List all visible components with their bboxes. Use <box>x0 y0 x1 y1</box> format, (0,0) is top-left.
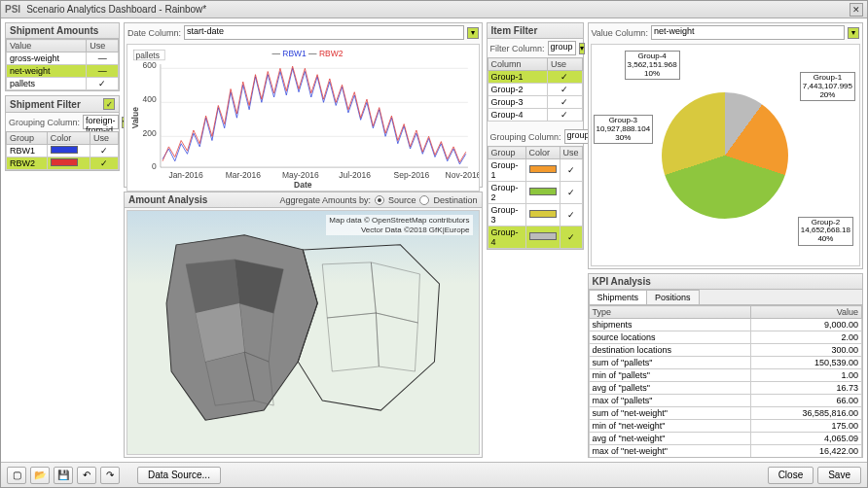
window-title: Scenario Analytics Dashboard - Rainbow* <box>26 4 206 15</box>
filter-column-select[interactable]: group <box>548 41 576 55</box>
table-row[interactable]: max of "net-weight"16,422.00 <box>589 445 861 458</box>
pie-label: Group-214,652,668.1840% <box>798 217 853 246</box>
pie-label: Group-17,443,107.99520% <box>800 72 855 101</box>
undo-icon[interactable]: ↶ <box>77 467 96 484</box>
svg-text:Sep-2016: Sep-2016 <box>394 170 430 180</box>
table-row[interactable]: Group-1✓ <box>488 71 582 84</box>
window-close-button[interactable]: ✕ <box>850 3 863 17</box>
panel-title: Amount Analysis <box>128 194 207 205</box>
destination-radio[interactable] <box>419 195 429 205</box>
table-row[interactable]: gross-weight— <box>7 52 119 65</box>
svg-text:Jul-2016: Jul-2016 <box>339 170 371 180</box>
open-icon[interactable]: 📂 <box>30 467 50 484</box>
svg-text:0: 0 <box>152 161 157 171</box>
svg-text:Date: Date <box>294 180 312 190</box>
svg-text:Value: Value <box>130 107 140 128</box>
svg-text:Mar-2016: Mar-2016 <box>226 170 262 180</box>
table-row[interactable]: Group-4✓ <box>488 109 582 122</box>
svg-text:400: 400 <box>143 94 157 104</box>
map-attribution: Map data © OpenStreetMap contributors Ve… <box>326 215 472 235</box>
table-row[interactable]: min of "pallets"1.00 <box>589 369 861 382</box>
data-source-button[interactable]: Data Source... <box>137 467 221 484</box>
item-filter-panel: Item Filter Filter Column: group ▾ Colum… <box>487 22 584 250</box>
pie-label: Group-43,562,151.96810% <box>625 51 680 80</box>
svg-text:Nov-2016: Nov-2016 <box>446 170 479 180</box>
save-button[interactable]: Save <box>817 467 861 484</box>
table-row[interactable]: Group-3✓ <box>488 204 582 227</box>
titlebar: PSI Scenario Analytics Dashboard - Rainb… <box>1 1 867 18</box>
svg-text:Jan-2016: Jan-2016 <box>168 170 203 180</box>
tab-shipments[interactable]: Shipments <box>589 290 648 304</box>
table-row[interactable]: Group-1✓ <box>488 159 582 182</box>
grouping-column-select[interactable]: foreign-from-id <box>83 115 119 129</box>
redo-icon[interactable]: ↷ <box>100 467 120 484</box>
dropdown-button[interactable]: ▾ <box>848 27 859 39</box>
map-view[interactable]: Map data © OpenStreetMap contributors Ve… <box>127 210 480 455</box>
map-svg <box>127 211 479 454</box>
table-row[interactable]: pallets✓ <box>7 78 119 90</box>
pie-label: Group-310,927,888.10430% <box>594 115 654 144</box>
panel-title: Item Filter <box>491 25 538 36</box>
shipment-filter-table: GroupColorUse RBW1✓ RBW2✓ <box>6 131 119 170</box>
panel-toggle-button[interactable]: ✓ <box>103 98 115 110</box>
amount-analysis-panel: Amount Analysis Aggregate Amounts by: So… <box>124 192 483 458</box>
value-pie-panel: Value Column: net-weight ▾ Group-43,562,… <box>588 22 863 269</box>
table-row[interactable]: sum of "net-weight"36,585,816.00 <box>589 407 861 420</box>
panel-title: Shipment Amounts <box>10 25 98 36</box>
shipment-amounts-panel: Shipment Amounts ValueUse gross-weight— … <box>5 22 120 91</box>
table-row[interactable]: destination locations300.00 <box>589 344 861 357</box>
table-row[interactable]: max of "pallets"66.00 <box>589 395 861 407</box>
app-window: PSI Scenario Analytics Dashboard - Rainb… <box>0 0 868 488</box>
save-icon[interactable]: 💾 <box>54 467 73 484</box>
table-row[interactable]: RBW2✓ <box>7 157 119 170</box>
value-column-select[interactable]: net-weight <box>651 25 845 40</box>
table-row[interactable]: avg of "pallets"16.73 <box>589 382 861 395</box>
svg-text:200: 200 <box>143 128 157 138</box>
kpi-analysis-panel: KPI Analysis Shipments Positions TypeVal… <box>588 273 863 458</box>
panel-title: KPI Analysis <box>593 276 651 287</box>
table-row[interactable]: net-weight— <box>7 65 119 78</box>
source-radio[interactable] <box>375 195 384 205</box>
shipment-amounts-table: ValueUse gross-weight— net-weight— palle… <box>6 39 119 90</box>
table-row[interactable]: sum of "pallets"150,539.00 <box>589 357 861 369</box>
pie-chart: Group-43,562,151.96810% Group-17,443,107… <box>591 44 860 266</box>
svg-text:— RBW1  — RBW2: — RBW1 — RBW2 <box>271 49 343 58</box>
date-chart-panel: Date Column: start-date ▾ pallets — RBW1… <box>124 22 483 188</box>
table-row[interactable]: source locations2.00 <box>589 331 861 344</box>
shipment-filter-panel: Shipment Filter✓ Grouping Column: foreig… <box>5 95 120 171</box>
content: Shipment Amounts ValueUse gross-weight— … <box>1 18 867 462</box>
table-row[interactable]: shipments9,000.00 <box>589 319 861 331</box>
table-row[interactable]: min of "net-weight"175.00 <box>589 420 861 433</box>
date-column-select[interactable]: start-date <box>184 25 463 40</box>
app-logo: PSI <box>5 4 20 15</box>
tab-positions[interactable]: Positions <box>646 290 700 304</box>
table-row[interactable]: RBW1✓ <box>7 145 119 157</box>
kpi-table: TypeValue shipments9,000.00source locati… <box>589 305 862 457</box>
table-row[interactable]: Group-4✓ <box>488 227 582 249</box>
table-row[interactable]: Group-2✓ <box>488 182 582 204</box>
footer: ▢ 📂 💾 ↶ ↷ Data Source... Close Save <box>1 462 867 487</box>
table-row[interactable]: avg of "net-weight"4,065.09 <box>589 433 861 445</box>
line-chart-svg: pallets — RBW1 — RBW2 0 200 400 600 <box>127 45 479 191</box>
svg-text:600: 600 <box>143 60 157 70</box>
dropdown-button[interactable]: ▾ <box>467 27 479 39</box>
close-button[interactable]: Close <box>768 467 814 484</box>
dropdown-button[interactable]: ▾ <box>579 43 585 54</box>
table-row[interactable]: Group-2✓ <box>488 84 582 96</box>
panel-title: Shipment Filter <box>10 99 81 110</box>
svg-text:May-2016: May-2016 <box>282 170 319 180</box>
table-row[interactable]: Group-3✓ <box>488 96 582 109</box>
svg-text:pallets: pallets <box>135 51 159 60</box>
new-icon[interactable]: ▢ <box>7 467 26 484</box>
line-chart: pallets — RBW1 — RBW2 0 200 400 600 <box>127 44 480 192</box>
